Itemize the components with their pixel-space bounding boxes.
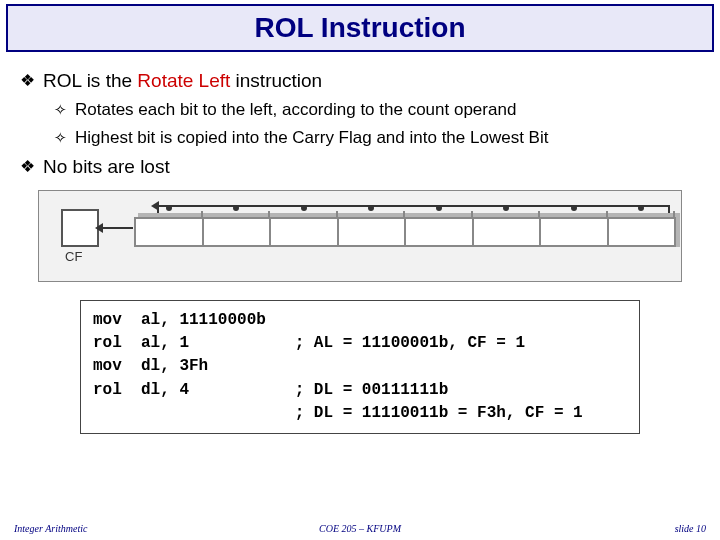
- bit-cell: [541, 219, 609, 245]
- code-example: mov al, 11110000b rol al, 1 ; AL = 11100…: [80, 300, 640, 434]
- code-line: rol al, 1 ; AL = 11100001b, CF = 1: [93, 334, 525, 352]
- carry-flag-box: [61, 209, 99, 247]
- bit-cell: [271, 219, 339, 245]
- diamond-bullet-icon: ❖: [20, 70, 35, 92]
- title-bar: ROL Instruction: [6, 4, 714, 52]
- footer-left: Integer Arithmetic: [0, 523, 245, 534]
- carry-flag-label: CF: [65, 249, 82, 264]
- footer-center: COE 205 – KFUPM: [245, 523, 476, 534]
- sub-bullet-text: Highest bit is copied into the Carry Fla…: [75, 128, 548, 148]
- bullet-text: ROL is the Rotate Left instruction: [43, 70, 322, 92]
- diamond-bullet-icon: ❖: [20, 156, 35, 178]
- dot-icon: [368, 205, 374, 211]
- bullet-text: No bits are lost: [43, 156, 170, 178]
- dot-icon: [166, 205, 172, 211]
- sub-bullet-carry: ✧ Highest bit is copied into the Carry F…: [54, 128, 700, 148]
- code-line: mov dl, 3Fh: [93, 357, 208, 375]
- footer-right: slide 10: [475, 523, 720, 534]
- bit-cell: [339, 219, 407, 245]
- dot-icon: [233, 205, 239, 211]
- plus-bullet-icon: ✧: [54, 100, 67, 120]
- dot-icon: [301, 205, 307, 211]
- code-line: rol dl, 4 ; DL = 00111111b: [93, 381, 448, 399]
- text-highlight: Rotate Left: [137, 70, 230, 91]
- dot-icon: [503, 205, 509, 211]
- bit-cell: [474, 219, 542, 245]
- code-line: ; DL = 11110011b = F3h, CF = 1: [93, 404, 583, 422]
- rotate-diagram: CF: [38, 190, 682, 282]
- dot-icon: [638, 205, 644, 211]
- bit-cell: [204, 219, 272, 245]
- text-pre: ROL is the: [43, 70, 137, 91]
- bit-cell: [406, 219, 474, 245]
- bit-cell: [136, 219, 204, 245]
- bullet-no-bits-lost: ❖ No bits are lost: [20, 156, 700, 178]
- slide-title: ROL Instruction: [8, 6, 712, 50]
- plus-bullet-icon: ✧: [54, 128, 67, 148]
- code-line: mov al, 11110000b: [93, 311, 266, 329]
- bullet-rol-definition: ❖ ROL is the Rotate Left instruction: [20, 70, 700, 92]
- dot-icon: [436, 205, 442, 211]
- sub-bullet-rotate: ✧ Rotates each bit to the left, accordin…: [54, 100, 700, 120]
- slide-content: ❖ ROL is the Rotate Left instruction ✧ R…: [0, 52, 720, 434]
- dot-icon: [571, 205, 577, 211]
- slide-footer: Integer Arithmetic COE 205 – KFUPM slide…: [0, 523, 720, 534]
- text-post: instruction: [230, 70, 322, 91]
- bit-cell: [609, 219, 677, 245]
- register-box: [134, 217, 676, 247]
- arrow-left-icon: [95, 223, 103, 233]
- sub-bullet-text: Rotates each bit to the left, according …: [75, 100, 516, 120]
